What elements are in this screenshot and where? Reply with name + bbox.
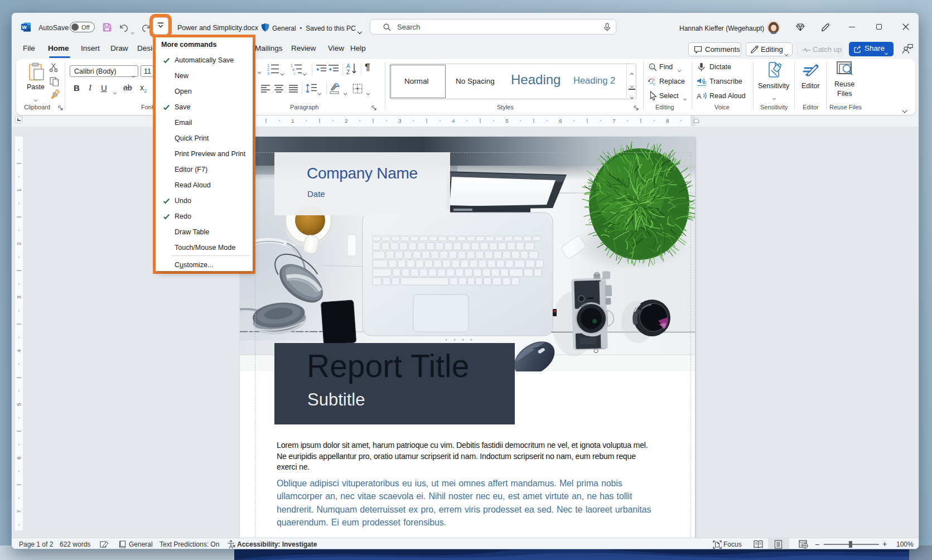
svg-text:A: A xyxy=(697,92,702,100)
svg-text:A: A xyxy=(346,63,350,69)
svg-text:a: a xyxy=(292,67,294,71)
svg-text:2: 2 xyxy=(267,67,269,71)
svg-text:Z: Z xyxy=(346,69,350,75)
svg-text:3: 3 xyxy=(398,118,401,124)
svg-text:i: i xyxy=(651,65,652,69)
svg-text:1: 1 xyxy=(16,189,22,191)
svg-text:1: 1 xyxy=(291,64,293,67)
svg-text:1: 1 xyxy=(267,64,269,67)
svg-text:7: 7 xyxy=(612,118,615,124)
svg-text:i: i xyxy=(294,71,294,75)
svg-text:5: 5 xyxy=(505,118,508,124)
svg-text:2: 2 xyxy=(345,118,347,124)
svg-text:c: c xyxy=(653,81,655,86)
svg-text:3: 3 xyxy=(16,296,22,298)
svg-text:7: 7 xyxy=(16,510,22,513)
svg-text:5: 5 xyxy=(16,403,22,405)
svg-text:6: 6 xyxy=(559,118,562,124)
svg-text:1: 1 xyxy=(291,118,294,124)
svg-text:8: 8 xyxy=(666,118,669,124)
svg-text:4: 4 xyxy=(16,349,22,352)
svg-text:6: 6 xyxy=(16,456,22,459)
svg-text:3: 3 xyxy=(267,71,269,75)
svg-text:W: W xyxy=(22,25,27,30)
svg-text:4: 4 xyxy=(452,118,455,124)
svg-text:2: 2 xyxy=(16,242,22,245)
